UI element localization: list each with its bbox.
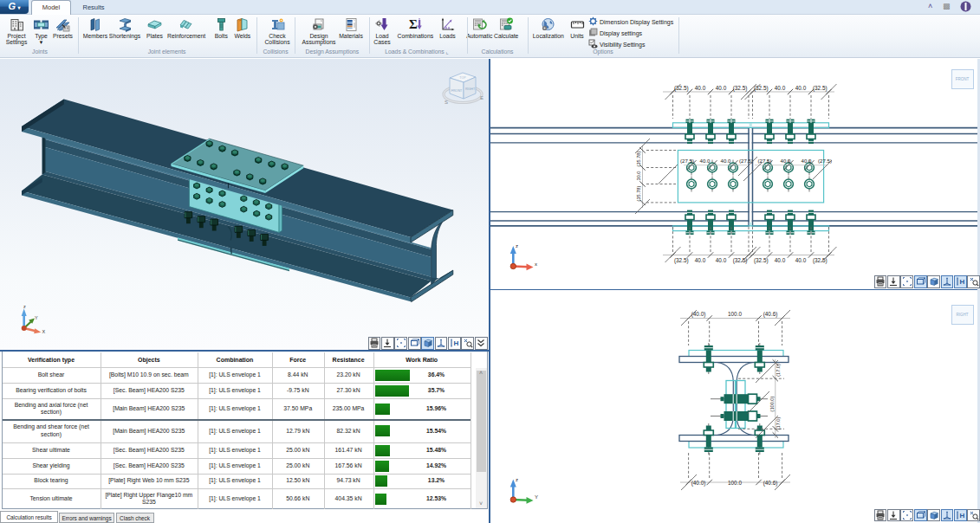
- svg-text:z: z: [516, 243, 518, 249]
- svg-text:40.0: 40.0: [795, 257, 807, 263]
- svg-text:(35.78): (35.78): [636, 152, 641, 167]
- svg-text:40.0: 40.0: [802, 158, 812, 164]
- svg-text:40.0: 40.0: [695, 257, 706, 263]
- svg-text:(17.0): (17.0): [776, 417, 781, 430]
- svg-text:40.0: 40.0: [795, 85, 807, 91]
- svg-text:(27.5): (27.5): [680, 158, 694, 164]
- svg-text:(100.0): (100.0): [769, 397, 775, 412]
- svg-text:x: x: [535, 262, 537, 267]
- svg-text:40.0: 40.0: [775, 85, 786, 91]
- svg-text:TOP: TOP: [459, 76, 466, 80]
- svg-text:40.0: 40.0: [716, 85, 727, 91]
- svg-text:(40.0): (40.0): [691, 311, 706, 318]
- svg-text:(32.5): (32.5): [733, 85, 748, 92]
- svg-text:(32.5): (32.5): [674, 257, 689, 264]
- svg-text:40.0: 40.0: [781, 158, 791, 164]
- svg-text:(40.6): (40.6): [763, 311, 778, 318]
- svg-text:100.0: 100.0: [728, 480, 742, 486]
- svg-text:30.0: 30.0: [636, 171, 641, 181]
- svg-text:S: S: [445, 100, 448, 105]
- svg-text:(17.0): (17.0): [776, 364, 781, 377]
- svg-text:40.0: 40.0: [721, 158, 731, 164]
- svg-text:40.0: 40.0: [700, 158, 711, 164]
- svg-text:40.0: 40.0: [775, 257, 786, 263]
- svg-text:X: X: [42, 329, 46, 334]
- svg-text:z: z: [23, 304, 26, 309]
- svg-text:(40.0): (40.0): [691, 480, 706, 487]
- svg-text:(32.5): (32.5): [813, 85, 827, 92]
- svg-text:z: z: [516, 477, 518, 482]
- svg-text:(27.5): (27.5): [758, 158, 772, 164]
- svg-text:RIGHT: RIGHT: [465, 87, 476, 91]
- svg-text:(32.5): (32.5): [754, 257, 769, 264]
- svg-text:40.0: 40.0: [716, 257, 727, 263]
- svg-text:(40.6): (40.6): [763, 480, 778, 487]
- svg-text:H: H: [454, 339, 459, 347]
- svg-text:(35.78): (35.78): [636, 186, 641, 202]
- svg-text:E: E: [480, 95, 484, 100]
- svg-text:H: H: [960, 512, 965, 520]
- svg-text:FRONT: FRONT: [451, 89, 463, 93]
- svg-text:Y: Y: [35, 315, 38, 320]
- svg-text:H: H: [960, 278, 965, 286]
- svg-text:40.0: 40.0: [695, 85, 706, 91]
- svg-text:Y: Y: [535, 494, 538, 500]
- svg-text:100.0: 100.0: [728, 311, 742, 317]
